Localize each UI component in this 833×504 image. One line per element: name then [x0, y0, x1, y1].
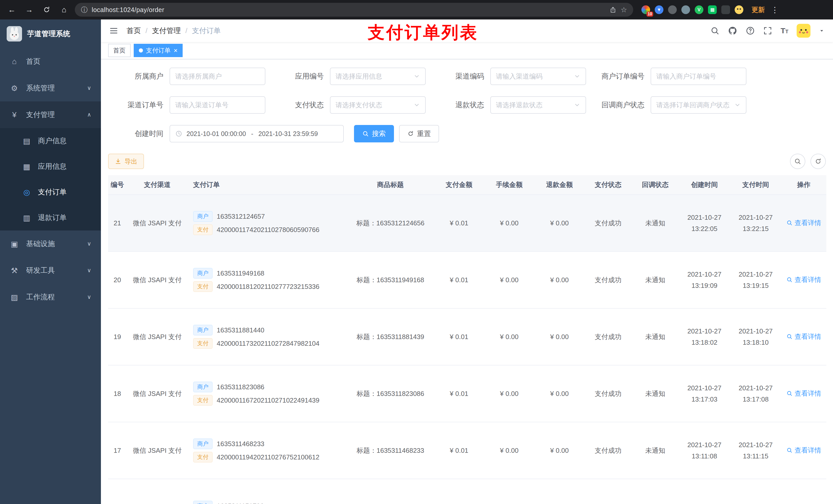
- view-detail-link[interactable]: 查看详情: [786, 389, 821, 398]
- view-detail-link[interactable]: 查看详情: [786, 446, 821, 455]
- order-id: 20: [114, 276, 121, 284]
- pay-status-select[interactable]: 请选择支付状态: [330, 96, 426, 114]
- filter-app: 应用编号 请选择应用信息: [268, 68, 426, 85]
- sidebar-item-workflow[interactable]: ▨工作流程∨: [0, 284, 101, 310]
- notify-status-select[interactable]: 请选择订单回调商户状态: [651, 96, 746, 114]
- filter-label: 应用编号: [268, 71, 330, 81]
- app-select[interactable]: 请选择应用信息: [330, 68, 426, 85]
- table-row[interactable]: 20 微信 JSAPI 支付 商户1635311949168 支付4200001…: [108, 251, 826, 308]
- share-icon[interactable]: [610, 6, 617, 13]
- view-detail-link[interactable]: 查看详情: [786, 218, 821, 227]
- table-body: 21 微信 JSAPI 支付 商户1635312124657 支付4200001…: [108, 195, 826, 504]
- app-title: 芋道管理系统: [27, 29, 70, 39]
- extension-icon[interactable]: [681, 5, 690, 14]
- extension-icon[interactable]: V: [695, 5, 704, 14]
- browser-menu-icon[interactable]: ⋮: [771, 5, 779, 14]
- refresh-table-icon[interactable]: [810, 154, 826, 169]
- breadcrumb-level1[interactable]: 支付管理: [152, 26, 181, 35]
- pay-channel: 微信 JSAPI 支付: [133, 276, 182, 284]
- table-row[interactable]: 19 微信 JSAPI 支付 商户1635311881440 支付4200001…: [108, 308, 826, 365]
- sidebar-item-merchant-info[interactable]: ▤商户信息: [0, 128, 101, 154]
- sidebar-item-payment[interactable]: ¥支付管理∧: [0, 101, 101, 128]
- table-row[interactable]: 商户1635311151796: [108, 479, 826, 504]
- col-amount: 支付金额: [434, 175, 484, 195]
- pay-status: 支付成功: [595, 390, 621, 398]
- create-time: 13:17:03: [681, 393, 728, 405]
- view-detail-link[interactable]: 查看详情: [786, 275, 821, 284]
- merchant-order-no-input[interactable]: 请输入商户订单编号: [651, 68, 746, 85]
- channel-order-no-input[interactable]: 请输入渠道订单号: [170, 96, 265, 114]
- col-channel: 支付渠道: [126, 175, 188, 195]
- pay-tag: 支付: [193, 281, 213, 292]
- extension-icon[interactable]: 10: [641, 5, 650, 14]
- extension-icon[interactable]: ▼: [655, 5, 663, 14]
- view-detail-label: 查看详情: [794, 275, 821, 284]
- extension-icon[interactable]: [721, 5, 730, 14]
- tab-home[interactable]: 首页: [108, 44, 130, 57]
- reset-button[interactable]: 重置: [399, 125, 439, 142]
- refund-status-select[interactable]: 请选择退款状态: [490, 96, 586, 114]
- help-icon[interactable]: [746, 26, 755, 35]
- font-size-icon[interactable]: TT: [781, 26, 788, 35]
- search-button[interactable]: 搜索: [354, 125, 394, 142]
- view-detail-label: 查看详情: [794, 446, 821, 455]
- tab-pay-order[interactable]: 支付订单×: [134, 44, 183, 57]
- toggle-search-icon[interactable]: [790, 154, 805, 169]
- back-icon[interactable]: ←: [5, 3, 19, 16]
- tab-close-icon[interactable]: ×: [174, 47, 177, 54]
- filter-label: 渠道编码: [429, 71, 490, 81]
- col-pay-status: 支付状态: [585, 175, 632, 195]
- grid-icon: ▦: [22, 162, 31, 171]
- date-end-value: 2021-10-31 23:59:59: [259, 130, 318, 138]
- refund-amount: ¥ 0.00: [550, 390, 569, 398]
- filter-label: 商户订单编号: [589, 71, 651, 81]
- site-info-icon[interactable]: ⓘ: [81, 5, 88, 14]
- extension-icon[interactable]: [668, 5, 677, 14]
- sidebar-item-infra[interactable]: ▣基础设施∨: [0, 231, 101, 257]
- forward-icon[interactable]: →: [23, 3, 36, 16]
- reload-icon[interactable]: [40, 3, 53, 16]
- merchant-order-no: 1635311468233: [217, 440, 264, 448]
- pay-time: 13:22:15: [732, 223, 779, 234]
- create-time-range-picker[interactable]: 2021-10-01 00:00:00 - 2021-10-31 23:59:5…: [170, 125, 344, 142]
- avatar-caret-icon[interactable]: [819, 28, 825, 34]
- home-icon[interactable]: ⌂: [57, 3, 71, 16]
- github-icon[interactable]: [728, 26, 737, 35]
- search-icon[interactable]: [710, 26, 719, 35]
- sidebar-item-home[interactable]: ⌂首页: [0, 48, 101, 75]
- filter-notify-status: 回调商户状态 请选择订单回调商户状态: [589, 96, 746, 114]
- placeholder-text: 请选择订单回调商户状态: [656, 101, 730, 110]
- channel-code-select[interactable]: 请输入渠道编码: [490, 68, 586, 85]
- bookmark-star-icon[interactable]: ☆: [621, 6, 627, 14]
- sidebar-item-pay-order[interactable]: ◎支付订单: [0, 179, 101, 205]
- merchant-card-icon: ▤: [22, 137, 31, 145]
- table-row[interactable]: 21 微信 JSAPI 支付 商户1635312124657 支付4200001…: [108, 195, 826, 251]
- user-avatar[interactable]: [796, 24, 810, 38]
- fullscreen-icon[interactable]: [763, 26, 772, 35]
- chevron-down-icon: [734, 102, 741, 108]
- table-row[interactable]: 18 微信 JSAPI 支付 商户1635311823086 支付4200001…: [108, 365, 826, 422]
- pay-date: 2021-10-27: [732, 382, 779, 393]
- sidebar-item-refund-order[interactable]: ▥退款订单: [0, 205, 101, 231]
- browser-update-button[interactable]: 更新: [752, 5, 765, 14]
- export-button[interactable]: 导出: [108, 154, 144, 169]
- sidebar-item-label: 基础设施: [26, 239, 55, 249]
- merchant-input[interactable]: 请选择所属商户: [170, 68, 265, 85]
- goods-title: 标题：1635311823086: [357, 390, 424, 398]
- tab-label: 首页: [113, 46, 125, 54]
- extension-icon[interactable]: ▩: [708, 5, 717, 14]
- merchant-tag: 商户: [193, 211, 213, 222]
- sidebar-item-label: 研发工具: [26, 266, 55, 275]
- tools-icon: ⚒: [10, 266, 19, 275]
- extension-icon[interactable]: [735, 5, 743, 14]
- sidebar-item-devtools[interactable]: ⚒研发工具∨: [0, 257, 101, 284]
- pay-channel: 微信 JSAPI 支付: [133, 447, 182, 454]
- sidebar-collapse-icon[interactable]: [109, 26, 118, 35]
- top-header: 首页 / 支付管理 / 支付订单 支付订单列表 TT: [101, 20, 833, 42]
- table-row[interactable]: 17 微信 JSAPI 支付 商户1635311468233 支付4200001…: [108, 422, 826, 479]
- breadcrumb-home[interactable]: 首页: [126, 26, 141, 35]
- view-detail-link[interactable]: 查看详情: [786, 332, 821, 341]
- address-bar[interactable]: ⓘ localhost:1024/pay/order ☆: [75, 3, 633, 17]
- sidebar-item-app-info[interactable]: ▦应用信息: [0, 154, 101, 179]
- sidebar-item-system[interactable]: ⚙系统管理∨: [0, 75, 101, 101]
